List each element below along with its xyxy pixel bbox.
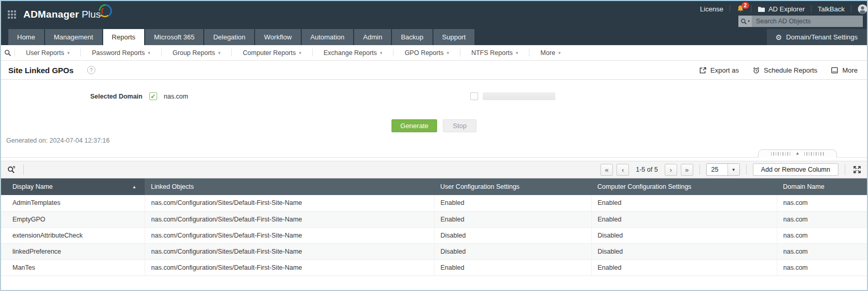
chevron-down-icon: ▾ (218, 50, 221, 56)
gear-icon: ⚙ (775, 34, 782, 41)
table-row: extensionAttributeCheck nas.com/Configur… (1, 227, 867, 243)
redacted-domain-label (483, 92, 555, 100)
tab-microsoft-365[interactable]: Microsoft 365 (145, 29, 203, 45)
stop-button[interactable]: Stop (443, 119, 477, 132)
subnav-password-reports[interactable]: Password Reports▾ (81, 45, 161, 60)
chevron-down-icon: ▾ (380, 50, 383, 56)
reports-subnav: User Reports▾ Password Reports▾ Group Re… (1, 45, 867, 61)
domain-checkbox-redacted[interactable] (470, 92, 478, 100)
page-title: Site Linked GPOs (8, 66, 74, 75)
table-search-icon[interactable] (7, 165, 16, 174)
tab-delegation[interactable]: Delegation (204, 29, 254, 45)
subnav-group-reports[interactable]: Group Reports▾ (162, 45, 232, 60)
table-row: EmptyGPO nas.com/Configuration/Sites/Def… (1, 211, 867, 227)
subnav-gpo-reports[interactable]: GPO Reports▾ (394, 45, 460, 60)
drag-dots-icon (804, 152, 824, 156)
chevron-down-icon: ▾ (558, 50, 561, 56)
pagination-last-button[interactable]: » (681, 164, 693, 176)
chevron-down-icon: ▼ (727, 164, 739, 175)
page-header: Site Linked GPOs ? Export as (1, 61, 867, 80)
topbar-right-cluster: License 2 (700, 4, 863, 27)
domain-checkbox-nas[interactable]: ✓ (149, 92, 157, 100)
folder-icon (758, 6, 765, 12)
report-actions: Generate Stop (1, 116, 867, 135)
chevron-down-icon: ▾ (748, 19, 750, 23)
export-as-button[interactable]: Export as (699, 66, 739, 74)
pagination-next-button[interactable]: › (665, 164, 677, 176)
tab-management[interactable]: Management (45, 29, 102, 45)
table-row: linkedPreference nas.com/Configuration/S… (1, 243, 867, 259)
divider (845, 164, 845, 175)
add-or-remove-column-button[interactable]: Add or Remove Column (753, 163, 838, 176)
schedule-reports-button[interactable]: Schedule Reports (752, 66, 817, 74)
tab-automation[interactable]: Automation (302, 29, 354, 45)
apps-grid-icon[interactable] (8, 10, 17, 19)
table-toolbar: « ‹ 1-5 of 5 › » 25 ▼ Add or Remove Colu… (1, 161, 867, 178)
pagination-first-button[interactable]: « (600, 164, 613, 176)
domain-selection-section: Selected Domain ✓ nas.com (1, 80, 867, 116)
fullscreen-expand-icon[interactable] (851, 164, 863, 175)
tab-workflow[interactable]: Workflow (255, 29, 300, 45)
tab-admin[interactable]: Admin (354, 29, 391, 45)
divider (851, 5, 851, 12)
divider (751, 5, 751, 12)
collapse-handle[interactable]: ▲ (758, 149, 837, 158)
check-icon: ✓ (150, 93, 156, 100)
generated-on-text: Generated on: 2024-07-04 12:37:16 (6, 137, 109, 144)
table-row: AdminTemplates nas.com/Configuration/Sit… (1, 195, 867, 211)
app-window: ADManager Plus License (0, 0, 868, 291)
generate-button[interactable]: Generate (391, 119, 437, 132)
main-nav: Home Management Reports Microsoft 365 De… (1, 28, 867, 45)
user-account-icon[interactable] (858, 4, 867, 14)
domain-name-label: nas.com (164, 93, 188, 100)
reports-search-icon[interactable] (1, 49, 15, 57)
export-icon (699, 66, 707, 74)
more-actions-button[interactable]: More (831, 66, 858, 74)
column-header-display-name[interactable]: Display Name ▲ (1, 178, 145, 195)
subnav-ntfs-reports[interactable]: NTFS Reports▾ (460, 45, 529, 60)
divider (699, 164, 700, 175)
subnav-more[interactable]: More▾ (529, 45, 571, 60)
tab-backup[interactable]: Backup (392, 29, 432, 45)
notifications-bell-icon[interactable]: 2 (736, 5, 745, 13)
domain-tenant-settings-button[interactable]: ⚙ Domain/Tenant Settings (767, 29, 867, 45)
pagination-prev-button[interactable]: ‹ (617, 164, 629, 176)
help-icon[interactable]: ? (87, 66, 95, 74)
divider (730, 5, 730, 12)
selected-domain-label: Selected Domain (90, 93, 143, 100)
column-header-computer-config[interactable]: Computer Configuration Settings (591, 178, 777, 195)
more-panel-icon (831, 66, 838, 74)
search-scope-icon[interactable]: ▾ (738, 16, 752, 27)
sort-ascending-icon: ▲ (132, 185, 136, 189)
column-header-linked-objects[interactable]: Linked Objects (145, 178, 434, 195)
chevron-down-icon: ▾ (148, 50, 150, 56)
collapse-arrow-icon: ▲ (795, 151, 800, 156)
divider (746, 164, 747, 175)
chevron-down-icon: ▾ (299, 50, 301, 56)
ad-explorer-link[interactable]: AD Explorer (758, 5, 805, 13)
page-size-select[interactable]: 25 ▼ (706, 163, 740, 176)
logo-text-main: ADManager (23, 9, 79, 20)
top-bar: ADManager Plus License (1, 1, 867, 28)
tab-reports[interactable]: Reports (103, 29, 145, 45)
gpo-report-table: Display Name ▲ Linked Objects User Confi… (1, 178, 867, 276)
divider (23, 164, 24, 175)
subnav-computer-reports[interactable]: Computer Reports▾ (232, 45, 312, 60)
table-header-row: Display Name ▲ Linked Objects User Confi… (1, 178, 867, 195)
table-row: ManTes nas.com/Configuration/Sites/Defau… (1, 259, 867, 275)
column-header-user-config[interactable]: User Configuration Settings (434, 178, 591, 195)
subnav-exchange-reports[interactable]: Exchange Reports▾ (313, 45, 393, 60)
column-header-domain-name[interactable]: Domain Name (777, 178, 867, 195)
drag-dots-icon (771, 152, 791, 156)
search-ad-objects-input[interactable] (752, 18, 863, 25)
chevron-down-icon: ▾ (67, 50, 70, 56)
subnav-user-reports[interactable]: User Reports▾ (15, 45, 80, 60)
chevron-down-icon: ▾ (516, 50, 519, 56)
alarm-clock-icon (752, 66, 760, 74)
talkback-link[interactable]: TalkBack (818, 5, 845, 13)
pagination-range: 1-5 of 5 (633, 166, 661, 173)
tab-support[interactable]: Support (433, 29, 475, 45)
license-link[interactable]: License (700, 5, 723, 13)
tab-home[interactable]: Home (8, 29, 44, 45)
divider (811, 5, 811, 12)
